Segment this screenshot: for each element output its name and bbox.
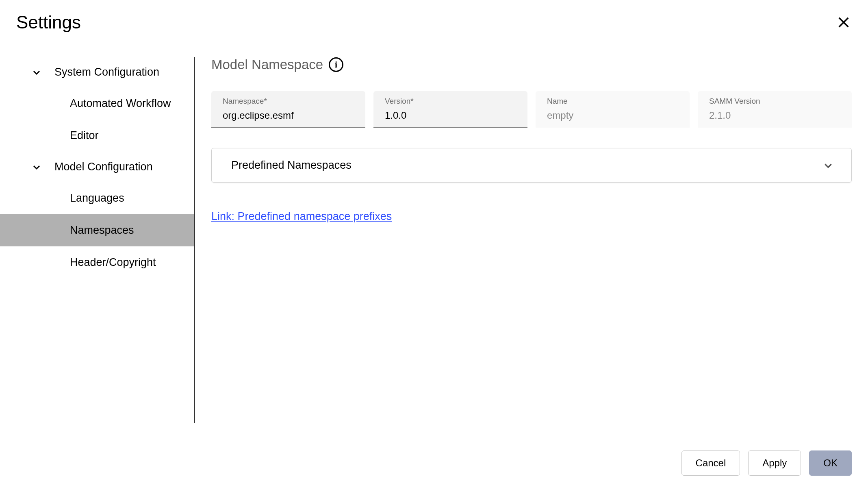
apply-button[interactable]: Apply: [748, 450, 801, 476]
chevron-down-icon: [823, 160, 833, 171]
name-input: [547, 108, 678, 123]
field-label: SAMM Version: [709, 97, 840, 106]
dialog-footer: Cancel Apply OK: [0, 443, 868, 483]
sidebar: System Configuration Automated Workflow …: [0, 37, 195, 443]
content-title: Model Namespace: [211, 57, 323, 72]
ok-button[interactable]: OK: [809, 450, 852, 476]
version-input[interactable]: [385, 108, 516, 123]
sidebar-inner: System Configuration Automated Workflow …: [0, 57, 195, 423]
nav-group-model-configuration[interactable]: Model Configuration: [0, 152, 194, 182]
link-row: Link: Predefined namespace prefixes: [211, 210, 852, 223]
nav-group-label: Model Configuration: [32, 161, 153, 173]
samm-version-input: [709, 108, 840, 123]
nav-group-label: System Configuration: [32, 66, 159, 78]
namespace-field: Namespace*: [211, 91, 365, 128]
content: Model Namespace i Namespace* Version* Na…: [195, 37, 868, 443]
predefined-namespaces-accordion: Predefined Namespaces: [211, 148, 852, 183]
field-label: Namespace*: [223, 97, 354, 106]
nav-group-system-configuration[interactable]: System Configuration: [0, 57, 194, 87]
info-icon[interactable]: i: [329, 57, 343, 72]
dialog-header: Settings: [0, 0, 868, 37]
chevron-down-icon: [32, 162, 41, 172]
chevron-down-icon: [32, 67, 41, 77]
dialog-body: System Configuration Automated Workflow …: [0, 37, 868, 443]
nav-item-automated-workflow[interactable]: Automated Workflow: [0, 87, 194, 120]
namespace-input[interactable]: [223, 108, 354, 123]
close-button[interactable]: [835, 14, 852, 30]
name-field: Name: [536, 91, 690, 128]
field-label: Version*: [385, 97, 516, 106]
nav-item-languages[interactable]: Languages: [0, 182, 194, 214]
version-field: Version*: [373, 91, 527, 128]
nav-item-namespaces[interactable]: Namespaces: [0, 214, 194, 246]
content-header: Model Namespace i: [211, 57, 852, 72]
field-label: Name: [547, 97, 678, 106]
close-icon: [837, 15, 851, 29]
nav-item-editor[interactable]: Editor: [0, 120, 194, 152]
cancel-button[interactable]: Cancel: [681, 450, 740, 476]
settings-dialog: Settings System Configuration Automated …: [0, 0, 868, 483]
accordion-title: Predefined Namespaces: [231, 159, 352, 172]
dialog-title: Settings: [16, 12, 81, 33]
samm-version-field: SAMM Version: [698, 91, 852, 128]
nav-item-header-copyright[interactable]: Header/Copyright: [0, 246, 194, 278]
accordion-header[interactable]: Predefined Namespaces: [212, 148, 851, 182]
predefined-namespace-prefixes-link[interactable]: Link: Predefined namespace prefixes: [211, 210, 392, 222]
fields-row: Namespace* Version* Name SAMM Version: [211, 91, 852, 128]
